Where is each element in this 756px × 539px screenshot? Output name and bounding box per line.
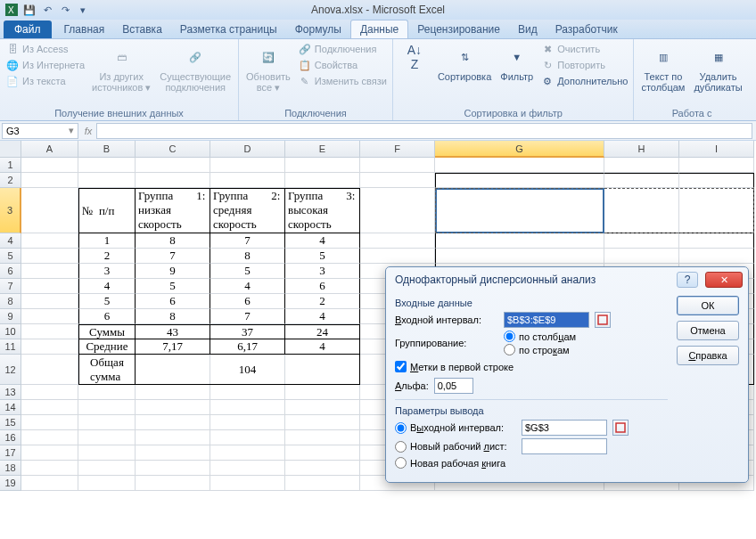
cell-D6[interactable]: 5 [210, 264, 285, 279]
cell-D5[interactable]: 8 [210, 249, 285, 264]
cell-D17[interactable] [210, 445, 285, 461]
cell-C8[interactable]: 6 [136, 294, 210, 309]
qat-dropdown-icon[interactable]: ▾ [75, 2, 91, 18]
cell-B17[interactable] [78, 445, 136, 461]
cell-F4[interactable] [360, 233, 435, 249]
cancel-button[interactable]: Отмена [677, 321, 739, 340]
new-book-radio[interactable]: Новая рабочая книга [395, 457, 505, 469]
tab-home[interactable]: Главная [55, 20, 114, 38]
cell-C2[interactable] [136, 173, 210, 188]
connections-btn[interactable]: 🔗Подключения [298, 41, 387, 57]
row-header-2[interactable]: 2 [0, 173, 21, 188]
input-range-field[interactable] [504, 312, 589, 328]
row-header-14[interactable]: 14 [0, 400, 21, 415]
cell-D1[interactable] [210, 158, 285, 173]
cell-A4[interactable] [21, 233, 78, 249]
cell-B19[interactable] [78, 476, 136, 491]
cell-B1[interactable] [78, 158, 136, 173]
cell-A15[interactable] [21, 415, 78, 430]
sort-btn[interactable]: ⇅Сортировка [436, 41, 493, 84]
row-header-15[interactable]: 15 [0, 415, 21, 430]
cell-H1[interactable] [604, 158, 679, 173]
cell-E13[interactable] [285, 385, 360, 400]
cell-A12[interactable] [21, 355, 78, 385]
cell-A13[interactable] [21, 385, 78, 400]
cell-D16[interactable] [210, 430, 285, 445]
cell-A10[interactable] [21, 324, 78, 339]
tab-file[interactable]: Файл [4, 20, 52, 38]
cell-D19[interactable] [210, 476, 285, 491]
cell-E16[interactable] [285, 430, 360, 445]
cell-B10[interactable]: Суммы [78, 324, 136, 339]
cell-G1[interactable] [435, 158, 604, 173]
range-picker-icon[interactable] [595, 312, 611, 328]
cell-I3[interactable] [679, 188, 754, 233]
col-header-D[interactable]: D [210, 141, 285, 158]
cell-E6[interactable]: 3 [285, 264, 360, 279]
cell-D7[interactable]: 4 [210, 279, 285, 294]
by-columns-radio[interactable]: по столбцам [504, 331, 576, 342]
cell-B11[interactable]: Средние [78, 339, 136, 355]
cell-C10[interactable]: 43 [136, 324, 210, 339]
cell-E18[interactable] [285, 461, 360, 476]
cell-C6[interactable]: 9 [136, 264, 210, 279]
cell-H5[interactable] [604, 249, 679, 264]
new-sheet-radio[interactable]: Новый рабочий лист: [395, 441, 516, 453]
cell-D3[interactable]: Группа 2: средняя скорость [210, 188, 285, 233]
output-range-field[interactable] [522, 420, 607, 436]
cell-E11[interactable]: 4 [285, 339, 360, 355]
col-header-I[interactable]: I [679, 141, 754, 158]
from-other[interactable]: 🗃Из других источников ▾ [90, 41, 152, 95]
select-all-triangle[interactable] [0, 141, 21, 158]
cell-A11[interactable] [21, 339, 78, 355]
cell-E5[interactable]: 5 [285, 249, 360, 264]
new-sheet-field[interactable] [522, 438, 607, 454]
reapply-btn[interactable]: ↻Повторить [540, 57, 628, 73]
row-header-3[interactable]: 3 [0, 188, 21, 233]
cell-G4[interactable] [435, 233, 604, 249]
row-header-13[interactable]: 13 [0, 385, 21, 400]
cell-C1[interactable] [136, 158, 210, 173]
name-box[interactable]: G3▾ [2, 123, 78, 139]
from-access[interactable]: 🗄Из Access [5, 41, 85, 57]
cell-A18[interactable] [21, 461, 78, 476]
cell-A7[interactable] [21, 279, 78, 294]
cell-G2[interactable] [435, 173, 604, 188]
from-text[interactable]: 📄Из текста [5, 73, 85, 89]
cell-F3[interactable] [360, 188, 435, 233]
cell-C12[interactable]: 104 [136, 355, 360, 385]
cell-E1[interactable] [285, 158, 360, 173]
output-range-radio[interactable]: Выходной интервал: [395, 422, 516, 434]
col-header-C[interactable]: C [136, 141, 210, 158]
cell-A3[interactable] [21, 188, 78, 233]
undo-icon[interactable]: ↶ [39, 2, 55, 18]
cell-C7[interactable]: 5 [136, 279, 210, 294]
cell-B3[interactable]: № п/п [78, 188, 136, 233]
cell-I1[interactable] [679, 158, 754, 173]
row-header-11[interactable]: 11 [0, 339, 21, 355]
sort-az[interactable]: A↓Z [399, 41, 431, 73]
cell-A17[interactable] [21, 445, 78, 461]
cell-D10[interactable]: 37 [210, 324, 285, 339]
cell-B18[interactable] [78, 461, 136, 476]
cell-C17[interactable] [136, 445, 210, 461]
cell-A5[interactable] [21, 249, 78, 264]
tab-data[interactable]: Данные [350, 20, 408, 38]
cell-B6[interactable]: 3 [78, 264, 136, 279]
cell-G3[interactable] [435, 188, 604, 233]
fx-icon[interactable]: fx [80, 126, 96, 136]
col-header-H[interactable]: H [604, 141, 679, 158]
cell-C3[interactable]: Группа 1: низкая скорость [136, 188, 210, 233]
clear-btn[interactable]: ✖Очистить [540, 41, 628, 57]
cell-B16[interactable] [78, 430, 136, 445]
row-header-4[interactable]: 4 [0, 233, 21, 249]
cell-E14[interactable] [285, 400, 360, 415]
cell-C15[interactable] [136, 415, 210, 430]
cell-A2[interactable] [21, 173, 78, 188]
cell-C4[interactable]: 8 [136, 233, 210, 249]
col-header-B[interactable]: B [78, 141, 136, 158]
cell-C14[interactable] [136, 400, 210, 415]
properties-btn[interactable]: 📋Свойства [298, 57, 387, 73]
cell-E15[interactable] [285, 415, 360, 430]
advanced-btn[interactable]: ⚙Дополнительно [540, 73, 628, 89]
